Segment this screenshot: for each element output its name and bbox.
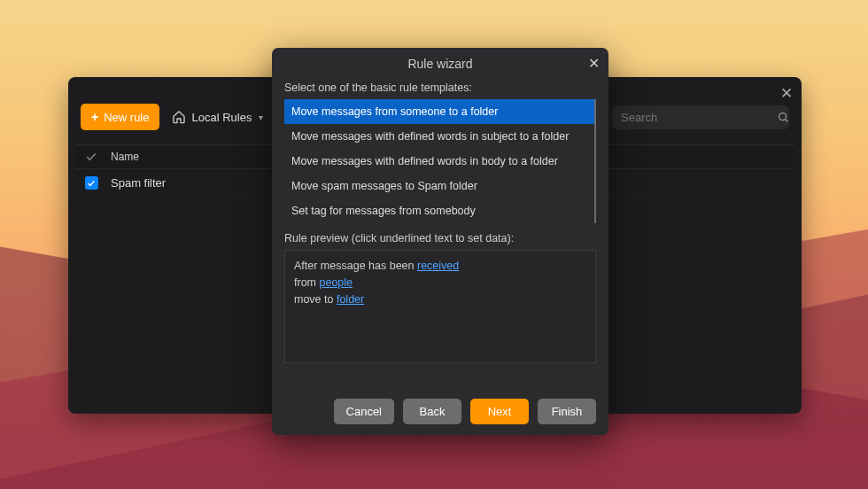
preview-section-label: Rule preview (click underlined text to s… [284, 232, 596, 244]
new-rule-button[interactable]: + New rule [81, 104, 159, 130]
close-icon[interactable]: ✕ [588, 55, 600, 72]
home-icon [172, 110, 186, 124]
wizard-title: Rule wizard [407, 57, 472, 71]
preview-link-folder[interactable]: folder [337, 293, 364, 306]
search-input[interactable] [621, 111, 770, 124]
preview-link-people[interactable]: people [319, 276, 353, 289]
next-button[interactable]: Next [470, 399, 529, 424]
template-item[interactable]: Move spam messages to Spam folder [284, 174, 594, 198]
svg-point-0 [779, 113, 787, 120]
preview-link-received[interactable]: received [417, 260, 459, 272]
template-item[interactable]: Move messages from someone to a folder [284, 99, 594, 124]
row-checkbox-cell [75, 171, 107, 195]
finish-button[interactable]: Finish [538, 399, 596, 424]
rule-wizard-dialog: Rule wizard ✕ Select one of the basic ru… [272, 48, 608, 435]
local-rules-label: Local Rules [191, 111, 252, 124]
checkbox[interactable] [85, 176, 98, 190]
wizard-title-bar: Rule wizard ✕ [272, 48, 608, 78]
template-section-label: Select one of the basic rule templates: [284, 82, 596, 94]
close-icon[interactable]: ✕ [780, 84, 793, 103]
search-icon [777, 111, 790, 124]
search-field[interactable] [612, 105, 789, 129]
plus-icon: + [91, 110, 98, 124]
template-item[interactable]: Move messages with defined words in body… [284, 149, 594, 174]
template-list: Move messages from someone to a folder M… [284, 99, 596, 223]
template-item[interactable]: Set tag for messages from somebody [284, 198, 594, 223]
new-rule-label: New rule [104, 111, 149, 124]
template-item[interactable]: Move messages with defined words in subj… [284, 124, 594, 149]
rule-preview-box: After message has been received from peo… [284, 250, 596, 363]
back-button[interactable]: Back [403, 399, 461, 424]
column-header-checked[interactable] [75, 145, 107, 168]
wizard-footer: Cancel Back Next Finish [272, 388, 608, 435]
local-rules-dropdown[interactable]: Local Rules ▾ [172, 110, 263, 124]
chevron-down-icon: ▾ [259, 113, 263, 122]
svg-line-1 [786, 119, 788, 121]
cancel-button[interactable]: Cancel [334, 399, 394, 424]
